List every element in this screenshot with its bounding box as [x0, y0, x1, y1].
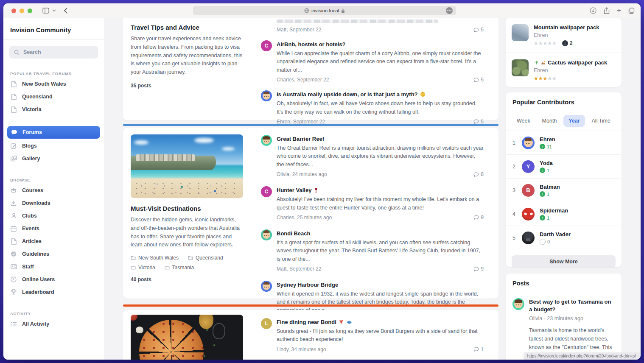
avatar	[522, 208, 535, 221]
sidebar-item-leaderboard[interactable]: Leaderboard	[3, 286, 104, 299]
avatar: C	[261, 186, 272, 197]
sidebar-item-staff[interactable]: Staff	[3, 260, 104, 273]
subforum-tag[interactable]: Queensland	[188, 255, 223, 261]
subforum-tag[interactable]: Victoria	[131, 265, 155, 271]
file-row[interactable]: Mountain wallpaper pack Ehren ★★★★★ ↓ 2	[506, 18, 622, 53]
reputation-count: ↑1	[540, 168, 553, 173]
forum-title[interactable]: Travel Tips and Advice	[131, 24, 243, 31]
sidebar-item-forums[interactable]: Forums	[7, 126, 100, 139]
download-badge-icon: ↓	[562, 40, 568, 46]
thread-title[interactable]: Great Barrier Reef	[277, 136, 484, 142]
contributor-name[interactable]: Batman	[540, 184, 560, 190]
file-rating: ★★★★★	[534, 75, 607, 81]
upside-down-face-emoji	[420, 92, 426, 97]
bondi-beach-photo[interactable]	[131, 134, 243, 198]
downloads-icon[interactable]	[590, 7, 596, 14]
subforum-tag[interactable]: Tasmania	[165, 265, 194, 271]
calendar-icon	[10, 226, 17, 232]
tab-year[interactable]: Year	[563, 115, 585, 127]
tab-week[interactable]: Week	[512, 115, 535, 127]
contributor-row[interactable]: 4 Spiderman ↑1	[506, 202, 622, 226]
sidebar-item-events[interactable]: Events	[3, 222, 104, 235]
contributor-row[interactable]: 1 Ehren ↑11	[506, 131, 622, 154]
fullscreen-window-button[interactable]	[28, 8, 32, 13]
file-icon	[10, 94, 17, 100]
thread-excerpt: It's a great spot for surfers of all ski…	[277, 239, 484, 263]
sidebar-item-articles[interactable]: Articles	[3, 235, 104, 248]
sidebar-item-label: Events	[22, 226, 39, 232]
sidebar-item-victoria[interactable]: Victoria	[3, 103, 104, 116]
file-row[interactable]: Cactus wallpaper pack Ehren ★★★★★	[506, 53, 622, 87]
show-more-button[interactable]: Show More	[512, 255, 616, 267]
comment-bubble-icon	[473, 266, 479, 272]
tab-all-time[interactable]: All Time	[587, 115, 616, 127]
contributor-row[interactable]: 3 B Batman ↑1	[506, 178, 622, 202]
sidebar-item-courses[interactable]: Courses	[3, 184, 104, 197]
contributor-row[interactable]: 2 Y Yoda ↑1	[506, 154, 622, 178]
pizza-photo[interactable]	[131, 315, 243, 360]
forum-post-count: 35 posts	[131, 83, 243, 89]
sidebar-item-label: Victoria	[22, 106, 42, 112]
avatar	[522, 137, 535, 149]
share-icon[interactable]	[604, 7, 610, 14]
contributor-row[interactable]: 5 Darth Vader 0	[506, 226, 622, 250]
file-title[interactable]: Cactus wallpaper pack	[534, 59, 607, 66]
trophy-icon	[10, 289, 17, 295]
tab-overview-icon[interactable]	[628, 8, 635, 14]
search-input[interactable]: Search	[9, 46, 98, 59]
contributor-name[interactable]: Ehren	[540, 136, 555, 142]
sidebar-item-online-users[interactable]: Online Users	[3, 273, 104, 286]
thread-row[interactable]: Great Barrier Reef The Great Barrier Ree…	[261, 135, 484, 177]
thread-title[interactable]: Fine dining near Bondi	[277, 319, 484, 325]
contributor-name[interactable]: Spiderman	[540, 207, 568, 214]
sidebar-item-all-activity[interactable]: All Activity	[3, 318, 104, 330]
file-rating: ★★★★★ ↓ 2	[534, 40, 599, 46]
thread-row[interactable]: L Fine dining near Bondi Sounds great - …	[261, 318, 484, 352]
thread-row[interactable]: Bondi Beach It's a great spot for surfer…	[261, 229, 484, 272]
contributor-name[interactable]: Darth Vader	[540, 231, 571, 237]
fish-emoji	[346, 320, 352, 325]
subforum-tag[interactable]: New South Wales	[131, 255, 179, 261]
sidebar-item-blogs[interactable]: Blogs	[3, 140, 104, 152]
post-title[interactable]: Best way to get to Tasmania on a budget?	[529, 298, 615, 313]
sidebar-item-label: Leaderboard	[22, 289, 54, 295]
thread-row[interactable]: C AirBnb, hostels or hotels? While I can…	[261, 40, 484, 83]
thread-title[interactable]: AirBnb, hostels or hotels?	[277, 41, 484, 47]
sidebar-item-label: Downloads	[22, 200, 50, 206]
thread-title[interactable]: Sydney Harbour Bridge	[277, 282, 484, 288]
thread-row[interactable]: C Hunter Valley Absolutely! I've been tr…	[261, 186, 484, 221]
thread-title[interactable]: Bondi Beach	[277, 230, 484, 237]
close-window-button[interactable]	[11, 8, 16, 13]
thread-title[interactable]: Is Australia really upside down, or is t…	[277, 91, 484, 98]
reader-ellipsis-icon[interactable]: •••	[446, 7, 453, 14]
avatar	[522, 232, 535, 244]
sidebar-item-new-south-wales[interactable]: New South Wales	[3, 78, 104, 90]
star-rating: ★★★★★	[534, 75, 557, 81]
address-bar[interactable]: invision.local •••	[193, 6, 456, 15]
thread-title[interactable]: Hunter Valley	[277, 187, 484, 193]
new-tab-icon[interactable]: +	[617, 6, 621, 15]
sidebar-item-queensland[interactable]: Queensland	[3, 90, 104, 103]
chevron-down-icon[interactable]	[52, 9, 56, 12]
sidebar-item-downloads[interactable]: Downloads	[3, 197, 104, 209]
sidebar-item-gallery[interactable]: Gallery	[3, 152, 104, 165]
thread-row[interactable]: Is Australia really upside down, or is t…	[261, 90, 484, 125]
list-icon	[10, 322, 17, 327]
minimize-window-button[interactable]	[20, 8, 24, 13]
star-rating: ★★★★★	[534, 40, 557, 46]
contributor-name[interactable]: Yoda	[540, 160, 553, 166]
comment-bubble-icon	[473, 215, 479, 220]
sidebar-item-guidelines[interactable]: Guidelines	[3, 248, 104, 260]
forum-feature-divider	[123, 124, 498, 126]
file-title[interactable]: Mountain wallpaper pack	[534, 24, 599, 31]
back-button-icon[interactable]	[64, 8, 67, 14]
sidebar-item-clubs[interactable]: Clubs	[3, 209, 104, 222]
browser-toolbar: invision.local ••• +	[3, 3, 641, 18]
sidebar-toggle-icon[interactable]	[42, 8, 49, 14]
thread-row[interactable]: Matt, September 22 5	[261, 19, 484, 33]
comment-count: 8	[473, 171, 484, 177]
forum-title[interactable]: Must-Visit Destinations	[131, 205, 243, 212]
tab-month[interactable]: Month	[537, 115, 562, 127]
sidebar-item-label: Guidelines	[22, 251, 49, 257]
avatar	[512, 298, 524, 310]
